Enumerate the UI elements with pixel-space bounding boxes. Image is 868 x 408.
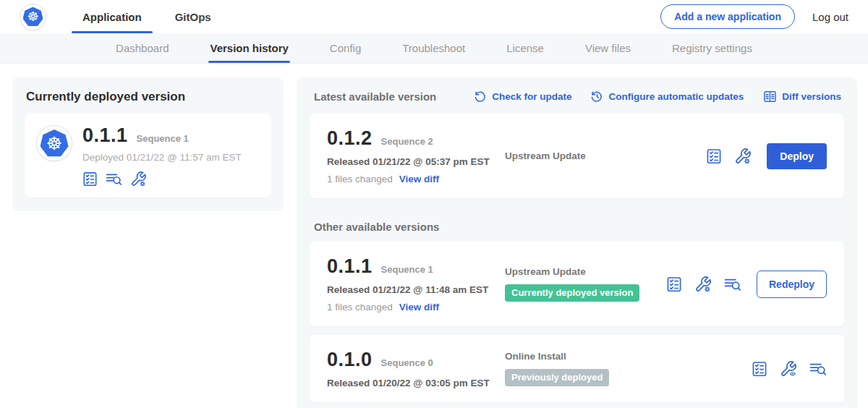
subnav-item-view-files[interactable]: View files [585, 33, 631, 63]
deployed-timestamp: Deployed 01/21/22 @ 11:57 am EST [82, 152, 242, 163]
files-changed-label: 1 files changed [327, 302, 393, 313]
view-logs-icon[interactable] [106, 171, 122, 187]
currently-deployed-panel: Currently deployed version ☸ 0.1.1 Seque… [12, 77, 284, 211]
subnav-item-version-history[interactable]: Version history [210, 33, 288, 63]
version-actions: Check for update Configure automatic upd… [475, 90, 841, 103]
version-card-0-1-0: 0.1.0 Sequence 0 Released 01/20/22 @ 03:… [310, 335, 844, 402]
latest-version-title: Latest available version [314, 90, 436, 103]
currently-deployed-badge: Currently deployed version [505, 284, 639, 302]
tab-application-label: Application [82, 11, 142, 23]
tab-gitops-label: GitOps [175, 11, 211, 23]
release-notes-icon[interactable] [706, 148, 722, 164]
version-source-label: Online Install [505, 351, 744, 362]
subnav-item-dashboard[interactable]: Dashboard [116, 33, 169, 63]
currently-deployed-card: ☸ 0.1.1 Sequence 1 Deployed 01/21/22 @ 1… [25, 114, 271, 197]
app-subnav: Dashboard Version history Config Trouble… [0, 33, 868, 64]
header-right: Add a new application Log out [660, 4, 848, 29]
app-tabs: Application GitOps [72, 0, 222, 33]
deployed-sequence-label: Sequence 1 [137, 133, 189, 144]
released-timestamp: Released 01/21/22 @ 05:37 pm EST [327, 156, 505, 167]
tab-gitops[interactable]: GitOps [164, 0, 222, 33]
kubernetes-wheel-icon: ☸ [41, 129, 69, 157]
deploy-button[interactable]: Deploy [767, 143, 827, 169]
check-for-update-link[interactable]: Check for update [475, 90, 571, 103]
version-number: 0.1.1 [327, 255, 373, 278]
kubernetes-logo: ☸ [20, 4, 46, 30]
previously-deployed-badge: Previously deployed [505, 369, 609, 386]
refresh-icon [475, 90, 487, 103]
deployed-card-actions [82, 171, 242, 187]
schedule-update-icon [591, 90, 603, 103]
edit-config-icon[interactable] [130, 171, 147, 187]
tab-application[interactable]: Application [72, 0, 153, 33]
release-notes-icon[interactable] [82, 171, 98, 187]
view-logs-icon[interactable] [809, 361, 827, 377]
deployed-card-content: 0.1.1 Sequence 1 Deployed 01/21/22 @ 11:… [82, 124, 242, 187]
diff-versions-link[interactable]: Diff versions [763, 90, 841, 103]
sequence-label: Sequence 2 [381, 136, 433, 147]
app-header: ☸ Application GitOps Add a new applicati… [0, 0, 868, 33]
version-card-0-1-2: 0.1.2 Sequence 2 Released 01/21/22 @ 05:… [310, 114, 844, 198]
sequence-label: Sequence 0 [381, 357, 433, 368]
version-history-panel: Latest available version Check for updat… [297, 77, 857, 408]
currently-deployed-title: Currently deployed version [25, 90, 271, 104]
add-new-application-button[interactable]: Add a new application [660, 4, 795, 29]
logout-link[interactable]: Log out [812, 11, 848, 23]
view-diff-link[interactable]: View diff [399, 174, 439, 184]
configure-automatic-updates-label: Configure automatic updates [608, 91, 744, 102]
subnav-item-registry-settings[interactable]: Registry settings [672, 33, 752, 63]
release-notes-icon[interactable] [666, 276, 682, 292]
latest-version-header: Latest available version Check for updat… [310, 89, 844, 103]
main-content: Currently deployed version ☸ 0.1.1 Seque… [0, 64, 868, 408]
subnav-item-config[interactable]: Config [330, 33, 361, 63]
release-notes-icon[interactable] [752, 361, 767, 377]
view-diff-link[interactable]: View diff [399, 302, 439, 313]
subnav-item-troubleshoot[interactable]: Troubleshoot [402, 33, 465, 63]
released-timestamp: Released 01/21/22 @ 11:48 am EST [327, 284, 505, 295]
view-config-icon[interactable] [780, 360, 797, 378]
subnav-item-license[interactable]: License [506, 33, 544, 63]
configure-automatic-updates-link[interactable]: Configure automatic updates [591, 90, 744, 103]
version-source-label: Upstream Update [505, 150, 699, 161]
kubernetes-wheel-icon: ☸ [23, 7, 43, 27]
check-for-update-label: Check for update [492, 91, 571, 102]
edit-config-icon[interactable] [734, 148, 752, 165]
version-source-label: Upstream Update [505, 266, 659, 277]
version-number: 0.1.0 [327, 349, 373, 371]
view-logs-icon[interactable] [724, 276, 741, 292]
released-timestamp: Released 01/20/22 @ 03:05 pm EST [327, 378, 505, 388]
diff-versions-icon [763, 90, 777, 103]
deployed-version-number: 0.1.1 [82, 124, 128, 147]
edit-config-icon[interactable] [694, 276, 712, 293]
version-number: 0.1.2 [327, 127, 373, 150]
other-versions-title: Other available versions [314, 221, 844, 233]
sequence-label: Sequence 1 [381, 264, 433, 275]
redeploy-button[interactable]: Redeploy [757, 271, 827, 298]
files-changed-label: 1 files changed [327, 174, 393, 184]
app-logo: ☸ [37, 126, 72, 161]
diff-versions-label: Diff versions [782, 91, 841, 102]
version-card-0-1-1: 0.1.1 Sequence 1 Released 01/21/22 @ 11:… [310, 242, 844, 326]
